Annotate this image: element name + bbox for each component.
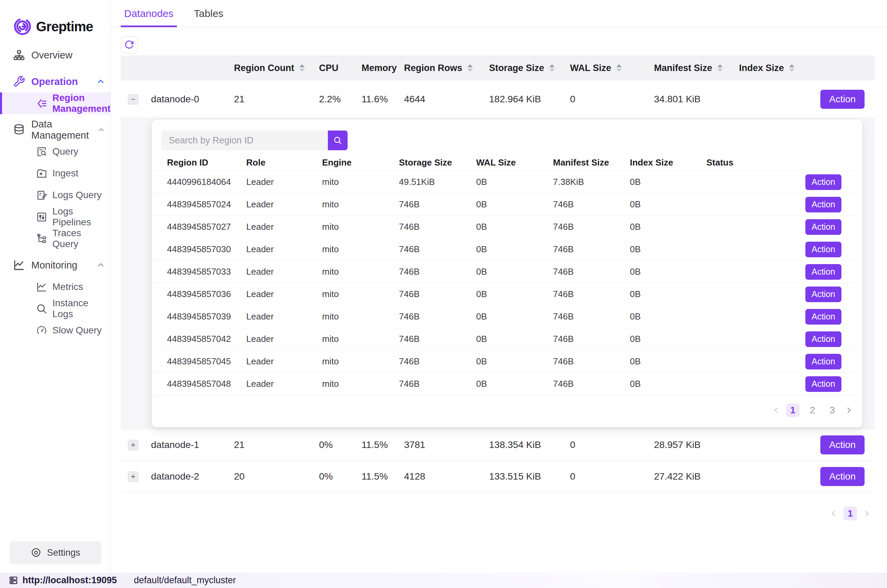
table-row-datanode-0: − datanode-0 21 2.2% 11.6% 4644 182.964 … — [121, 81, 875, 118]
regions-card: Region ID Role Engine Storage Size WAL S… — [152, 120, 862, 427]
action-button[interactable]: Action — [805, 286, 842, 302]
cell-role: Leader — [246, 199, 322, 210]
tab-label: Datanodes — [124, 8, 173, 20]
server-url[interactable]: http://localhost:19095 — [23, 575, 117, 586]
action-button[interactable]: Action — [820, 435, 864, 454]
wrench-icon — [13, 75, 25, 88]
sort-icon[interactable] — [717, 64, 723, 72]
col-region-count[interactable]: Region Count — [234, 63, 319, 74]
cell-cpu: 2.2% — [319, 94, 362, 105]
region-branch-icon — [36, 98, 47, 109]
sidebar-item-instance-logs[interactable]: Instance Logs — [0, 298, 110, 320]
cell-region-rows: 4644 — [404, 94, 489, 105]
main-area: Datanodes Tables Region Count — [111, 0, 887, 573]
action-button[interactable]: Action — [820, 90, 864, 109]
chevron-up-icon[interactable] — [96, 261, 105, 269]
tab-datanodes[interactable]: Datanodes — [121, 0, 177, 27]
sidebar-item-query[interactable]: Query — [0, 141, 110, 162]
action-button[interactable]: Action — [805, 332, 842, 347]
search-icon — [36, 303, 47, 314]
action-button[interactable]: Action — [805, 174, 842, 190]
sort-icon[interactable] — [549, 64, 555, 72]
region-search-button[interactable] — [328, 130, 347, 150]
page-1[interactable]: 1 — [786, 404, 800, 417]
sidebar-item-operation[interactable]: Operation — [0, 71, 110, 93]
sort-icon[interactable] — [789, 64, 794, 72]
action-button[interactable]: Action — [805, 264, 842, 280]
cell-storage-size: 746B — [399, 244, 476, 255]
action-button[interactable]: Action — [805, 219, 842, 235]
region-row: 4483945857033 Leader mito 746B 0B 746B 0… — [152, 261, 862, 283]
col-label: Index Size — [739, 63, 784, 74]
folder-ingest-icon — [36, 168, 47, 179]
col-manifest-size[interactable]: Manifest Size — [654, 63, 739, 74]
action-button[interactable]: Action — [805, 242, 842, 257]
col-storage-size[interactable]: Storage Size — [489, 63, 570, 74]
cell-manifest-size: 746B — [553, 244, 630, 255]
cell-region-count: 20 — [234, 471, 319, 482]
cell-storage-size: 746B — [399, 356, 476, 367]
sidebar-item-logs-query[interactable]: Logs Query — [0, 184, 110, 206]
prev-page-icon[interactable] — [773, 406, 780, 414]
action-button[interactable]: Action — [805, 354, 842, 369]
col-role: Role — [246, 158, 322, 168]
refresh-button[interactable] — [121, 36, 138, 53]
line-chart-icon — [13, 259, 25, 271]
sidebar-item-monitoring[interactable]: Monitoring — [0, 254, 110, 276]
col-label: Manifest Size — [654, 63, 712, 74]
cell-cpu: 0% — [319, 440, 362, 450]
col-wal-size[interactable]: WAL Size — [570, 63, 654, 74]
col-index-size[interactable]: Index Size — [739, 63, 875, 74]
sidebar-item-overview[interactable]: Overview — [0, 44, 110, 66]
sidebar-item-traces-query[interactable]: Traces Query — [0, 228, 110, 249]
page-1[interactable]: 1 — [843, 507, 857, 520]
page-2[interactable]: 2 — [806, 404, 819, 417]
action-button[interactable]: Action — [820, 467, 864, 486]
collapse-button[interactable]: − — [128, 94, 138, 105]
cell-wal-size: 0B — [476, 289, 553, 300]
cell-wal-size: 0B — [476, 222, 553, 232]
cell-region-rows: 3781 — [404, 440, 489, 450]
sidebar-item-label: Query — [53, 146, 78, 157]
region-row: 4483945857036 Leader mito 746B 0B 746B 0… — [152, 283, 862, 306]
chevron-up-icon[interactable] — [98, 126, 105, 134]
sort-icon[interactable] — [616, 64, 622, 72]
cell-role: Leader — [246, 177, 322, 187]
region-row: 4483945857048 Leader mito 746B 0B 746B 0… — [152, 373, 862, 395]
sidebar-item-label: Traces Query — [53, 228, 105, 249]
action-button[interactable]: Action — [805, 197, 842, 212]
datanode-name: datanode-0 — [151, 94, 234, 105]
regions-table-header: Region ID Role Engine Storage Size WAL S… — [152, 154, 862, 171]
cell-manifest-size: 746B — [553, 199, 630, 210]
cell-region-count: 21 — [234, 94, 319, 105]
sidebar-item-data-management[interactable]: Data Management — [0, 119, 110, 141]
settings-button[interactable]: Settings — [9, 541, 101, 564]
sort-icon[interactable] — [467, 64, 473, 72]
region-search-input[interactable] — [161, 130, 328, 150]
expand-button[interactable]: + — [128, 471, 138, 482]
chevron-up-icon[interactable] — [96, 78, 105, 86]
next-page-icon[interactable] — [863, 510, 870, 517]
file-edit-icon — [36, 190, 47, 201]
next-page-icon[interactable] — [845, 406, 852, 414]
col-region-rows[interactable]: Region Rows — [404, 63, 489, 74]
sidebar-item-slow-query[interactable]: Slow Query — [0, 320, 110, 341]
sidebar-item-region-management[interactable]: Region Management — [0, 93, 110, 114]
cell-manifest-size: 28.957 KiB — [654, 440, 739, 450]
tab-tables[interactable]: Tables — [191, 0, 227, 27]
action-button[interactable]: Action — [805, 376, 842, 392]
sidebar-item-logs-pipelines[interactable]: Logs Pipelines — [0, 206, 110, 228]
sort-icon[interactable] — [299, 64, 305, 72]
cluster-name[interactable]: default/default_mycluster — [134, 575, 236, 586]
prev-page-icon[interactable] — [830, 510, 837, 517]
col-storage-size: Storage Size — [399, 158, 476, 168]
cell-manifest-size: 746B — [553, 289, 630, 300]
col-status: Status — [707, 158, 779, 168]
sidebar-item-ingest[interactable]: Ingest — [0, 162, 110, 184]
page-3[interactable]: 3 — [825, 404, 839, 417]
cell-region-id: 4483945857033 — [167, 267, 246, 277]
sidebar-item-metrics[interactable]: Metrics — [0, 276, 110, 298]
action-button[interactable]: Action — [805, 309, 842, 325]
cell-region-rows: 4128 — [404, 471, 489, 482]
expand-button[interactable]: + — [128, 440, 138, 450]
